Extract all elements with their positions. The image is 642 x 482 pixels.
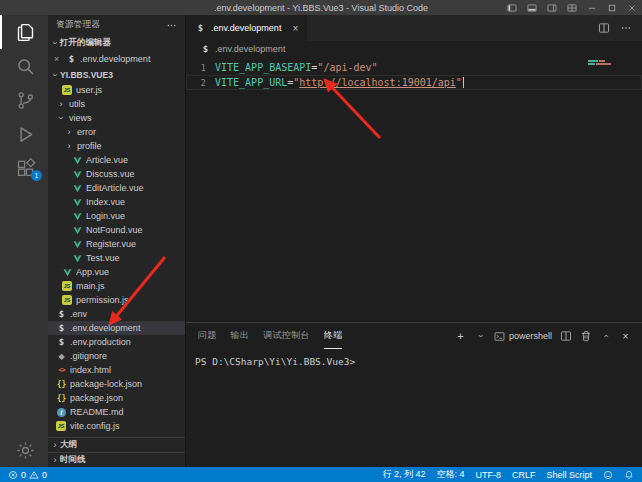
line-number: 2 [186,78,206,88]
tree-item-README.md[interactable]: iREADME.md [48,405,185,419]
tree-item-.env.development[interactable]: $.env.development [48,321,185,335]
toggle-panel-button[interactable] [522,0,542,15]
tree-item-.gitignore[interactable]: ◆.gitignore [48,349,185,363]
close-icon[interactable]: × [292,23,298,34]
tree-item-.env.production[interactable]: $.env.production [48,335,185,349]
tree-item-profile[interactable]: ›profile [48,139,185,153]
activity-source-control-button[interactable] [0,83,48,117]
code-editor[interactable]: 1VITE_APP_BASEAPI="/api-dev"2VITE_APP_UR… [186,57,642,322]
tree-item-Article.vue[interactable]: Article.vue [48,153,185,167]
terminal-profile-dropdown-icon[interactable]: › [474,329,487,343]
activity-explorer-button[interactable] [0,15,48,49]
activity-settings-button[interactable] [0,433,48,467]
terminal[interactable]: PS D:\CSharp\Yi\Yi.BBS.Vue3> [186,349,642,467]
title-bar-controls [502,0,642,15]
toggle-sidebar-button[interactable] [502,0,522,15]
customize-layout-button[interactable] [562,0,582,15]
tree-item-Index.vue[interactable]: Index.vue [48,195,185,209]
chevron-down-icon: › [50,38,60,48]
new-terminal-button[interactable]: + [454,329,467,343]
file-name: EditArticle.vue [86,183,144,193]
tree-item-permission.js[interactable]: JSpermission.js [48,293,185,307]
tree-item-index.html[interactable]: <>index.html [48,363,185,377]
split-editor-icon[interactable] [598,22,610,34]
status-encoding[interactable]: UTF-8 [475,470,501,480]
status-cursor-position[interactable]: 行 2, 列 42 [382,468,425,481]
tree-item-App.vue[interactable]: App.vue [48,265,185,279]
js-file-icon: JS [62,295,72,305]
tree-item-views[interactable]: ›views [48,111,185,125]
more-icon[interactable] [620,22,632,34]
open-editors-label: 打开的编辑器 [60,37,111,49]
section-outline[interactable]: ›大纲 [48,437,185,452]
explorer-sidebar: 资源管理器 › 打开的编辑器 ×$.env.development › YI.B… [48,15,186,467]
breadcrumb-item[interactable]: $.env.development [200,44,285,54]
status-eol[interactable]: CRLF [512,470,536,480]
maximize-panel-button[interactable]: › [599,329,612,343]
activity-run-debug-button[interactable] [0,117,48,151]
tree-item-package.json[interactable]: {}package.json [48,391,185,405]
panel-tab-debug-console[interactable]: 调试控制台 [263,323,310,349]
panel-tab-problems[interactable]: 问题 [198,323,217,349]
tree-item-NotFound.vue[interactable]: NotFound.vue [48,223,185,237]
info-file-icon: i [57,408,66,417]
status-language-mode[interactable]: Shell Script [546,470,592,480]
vue-file-icon [72,197,83,207]
code-line-2: 2VITE_APP_URL="http://localhost:19001/ap… [186,75,642,90]
problems-status[interactable]: 0 0 [8,470,47,480]
tree-item-vite.config.js[interactable]: JSvite.config.js [48,419,185,433]
minimap-line [588,63,634,66]
notifications-icon[interactable] [624,470,634,480]
maximize-button[interactable] [602,0,622,15]
open-editors-section[interactable]: › 打开的编辑器 [48,35,185,51]
activity-search-button[interactable] [0,49,48,83]
panel-tab-output[interactable]: 输出 [231,323,250,349]
file-name: main.js [76,281,105,291]
feedback-icon[interactable] [603,470,613,480]
file-name: .env [70,309,87,319]
toggle-secondary-sidebar-button[interactable] [542,0,562,15]
error-icon [8,470,18,480]
terminal-profile[interactable]: powershell [494,331,552,342]
tree-item-utils[interactable]: ›utils [48,97,185,111]
split-terminal-button[interactable] [559,329,572,343]
minimize-button[interactable] [582,0,602,15]
tree-item-EditArticle.vue[interactable]: EditArticle.vue [48,181,185,195]
vue-file-icon [72,155,83,165]
section-label: 大纲 [60,439,77,451]
vue-file-icon [72,253,83,263]
file-name: package-lock.json [70,379,142,389]
more-actions-icon[interactable] [166,20,177,31]
close-button[interactable] [622,0,642,15]
tree-item-Discuss.vue[interactable]: Discuss.vue [48,167,185,181]
tree-item-user.js[interactable]: JSuser.js [48,83,185,97]
file-name: Discuss.vue [86,169,135,179]
json-file-icon: {} [56,393,67,403]
tree-item-package-lock.json[interactable]: {}package-lock.json [48,377,185,391]
editor-tabs: $.env.development× [186,15,307,41]
tree-item-Login.vue[interactable]: Login.vue [48,209,185,223]
shell-label: powershell [509,331,552,341]
minimap[interactable] [588,60,634,66]
panel-tab-terminal[interactable]: 终端 [324,323,343,349]
kill-terminal-button[interactable] [579,329,592,343]
tree-item-error[interactable]: ›error [48,125,185,139]
tree-item-Register.vue[interactable]: Register.vue [48,237,185,251]
activity-extensions-button[interactable]: 1 [0,151,48,185]
status-indentation[interactable]: 空格: 4 [436,468,464,481]
tree-item-main.js[interactable]: JSmain.js [48,279,185,293]
section-timeline[interactable]: ›时间线 [48,452,185,467]
file-name: .env.production [70,337,131,347]
project-section[interactable]: › YI.BBS.VUE3 [48,67,185,83]
warning-count: 0 [42,470,47,480]
close-panel-button[interactable]: × [619,329,632,343]
code-line-1: 1VITE_APP_BASEAPI="/api-dev" [186,60,642,75]
tree-item-Test.vue[interactable]: Test.vue [48,251,185,265]
editor-tab[interactable]: $.env.development× [186,15,307,41]
breadcrumb[interactable]: $.env.development [186,41,642,57]
open-editor-item[interactable]: ×$.env.development [48,51,185,67]
close-icon[interactable]: × [54,54,62,64]
tree-item-.env[interactable]: $.env [48,307,185,321]
activity-bar-bottom [0,433,48,467]
source-control-icon [15,90,36,111]
